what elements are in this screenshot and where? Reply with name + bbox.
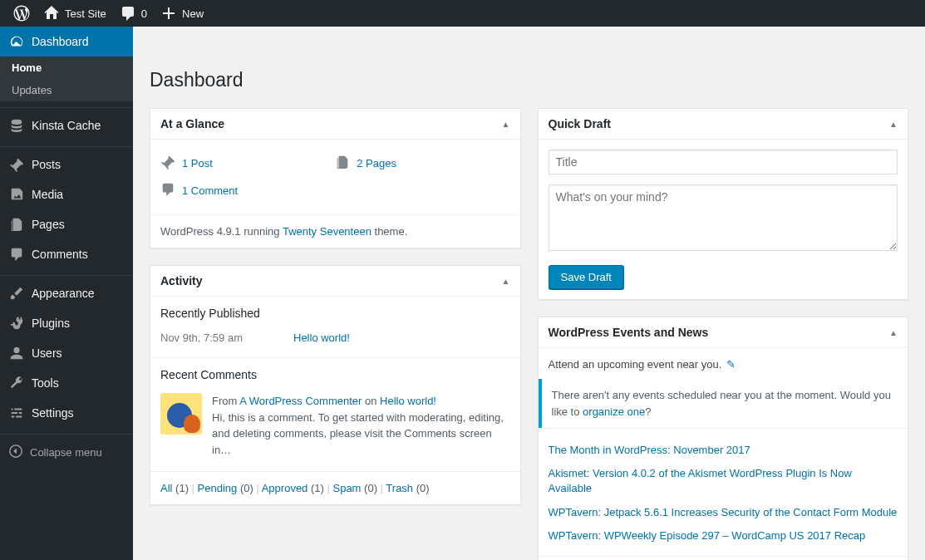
widget-header[interactable]: Activity ▲ xyxy=(150,266,520,297)
plus-icon xyxy=(160,5,177,22)
comment-excerpt: Hi, this is a comment. To get started wi… xyxy=(212,410,510,459)
menu-kinsta-label: Kinsta Cache xyxy=(32,119,101,132)
menu-settings[interactable]: Settings xyxy=(0,398,133,428)
news-link[interactable]: WPTavern: WPWeekly Episode 297 – WordCam… xyxy=(549,524,898,548)
published-title-link[interactable]: Hello world! xyxy=(293,332,350,344)
glance-pages: 2 Pages xyxy=(335,150,509,177)
menu-posts-label: Posts xyxy=(32,158,61,171)
page-title: Dashboard xyxy=(150,61,908,95)
activity-widget: Activity ▲ Recently Published Nov 9th, 7… xyxy=(150,265,521,505)
sliders-icon xyxy=(8,405,25,421)
draft-title-input[interactable] xyxy=(549,150,898,174)
widget-header[interactable]: Quick Draft ▲ xyxy=(539,109,908,140)
pages-icon xyxy=(335,155,352,172)
menu-media[interactable]: Media xyxy=(0,179,133,209)
published-date: Nov 9th, 7:59 am xyxy=(160,332,293,344)
avatar-icon xyxy=(160,393,202,435)
new-content-link[interactable]: New xyxy=(154,0,210,27)
attend-event-row: Attend an upcoming event near you. ✎ xyxy=(549,358,898,379)
pin-icon xyxy=(160,155,177,172)
comments-link[interactable]: 0 xyxy=(113,0,154,27)
glance-pages-link[interactable]: 2 Pages xyxy=(357,157,396,169)
database-icon xyxy=(8,117,25,134)
menu-settings-label: Settings xyxy=(32,406,74,420)
menu-media-label: Media xyxy=(32,188,63,201)
widget-header[interactable]: WordPress Events and News ▲ xyxy=(539,317,908,348)
admin-sidebar: Dashboard Home Updates Kinsta Cache Post… xyxy=(0,27,133,560)
toggle-icon[interactable]: ▲ xyxy=(889,120,898,129)
filter-approved[interactable]: Approved xyxy=(262,482,308,494)
toggle-icon[interactable]: ▲ xyxy=(502,120,510,129)
separator xyxy=(0,430,133,435)
pin-icon xyxy=(8,156,25,173)
recent-comments-heading: Recent Comments xyxy=(160,368,510,381)
news-link[interactable]: WPTavern: Jetpack 5.6.1 Increases Securi… xyxy=(549,501,898,524)
comment-count: 0 xyxy=(141,7,147,20)
menu-plugins[interactable]: Plugins xyxy=(0,308,133,338)
menu-tools-label: Tools xyxy=(32,376,59,390)
wp-logo[interactable] xyxy=(7,0,37,27)
news-link[interactable]: Akismet: Version 4.0.2 of the Akismet Wo… xyxy=(549,462,898,500)
new-label: New xyxy=(182,7,204,20)
menu-dashboard-label: Dashboard xyxy=(32,35,89,48)
menu-appearance[interactable]: Appearance xyxy=(0,278,133,308)
recently-published-heading: Recently Published xyxy=(160,307,510,320)
glance-posts-link[interactable]: 1 Post xyxy=(182,157,213,169)
news-list: The Month in WordPress: November 2017 Ak… xyxy=(539,428,908,548)
media-icon xyxy=(8,186,25,203)
collapse-menu[interactable]: Collapse menu xyxy=(0,437,133,468)
menu-posts[interactable]: Posts xyxy=(0,150,133,179)
wordpress-icon xyxy=(13,5,30,22)
comment-icon xyxy=(160,182,177,199)
theme-link[interactable]: Twenty Seventeen xyxy=(283,225,371,238)
dashboard-icon xyxy=(8,33,25,50)
comment-meta: From A WordPress Commenter on Hello worl… xyxy=(212,393,510,410)
published-item: Nov 9th, 7:59 am Hello world! xyxy=(160,327,510,349)
events-footer-links: Meetups⧉ | WordCamps⧉ | News⧉ xyxy=(539,556,908,560)
glance-comments-link[interactable]: 1 Comment xyxy=(182,184,238,197)
glance-posts: 1 Post xyxy=(160,150,335,177)
menu-pages[interactable]: Pages xyxy=(0,209,133,239)
submenu-updates[interactable]: Updates xyxy=(0,79,133,101)
home-icon xyxy=(43,5,60,22)
organize-link[interactable]: organize one xyxy=(583,405,645,418)
menu-users[interactable]: Users xyxy=(0,338,133,368)
submenu-home[interactable]: Home xyxy=(0,56,133,79)
menu-comments[interactable]: Comments xyxy=(0,239,133,269)
wp-version: WordPress 4.9.1 running Twenty Seventeen… xyxy=(150,214,520,248)
user-icon xyxy=(8,345,25,361)
events-news-widget: WordPress Events and News ▲ Attend an up… xyxy=(538,317,909,560)
dashboard-submenu: Home Updates xyxy=(0,56,133,101)
comment-author-link[interactable]: A WordPress Commenter xyxy=(239,395,362,407)
quick-draft-widget: Quick Draft ▲ Save Draft xyxy=(538,108,909,300)
filter-spam[interactable]: Spam xyxy=(332,482,361,494)
admin-bar: Test Site 0 New xyxy=(0,0,925,27)
comment-post-link[interactable]: Hello world! xyxy=(380,395,436,407)
draft-content-textarea[interactable] xyxy=(549,184,898,251)
collapse-label: Collapse menu xyxy=(30,446,102,459)
comment-filters: All (1) | Pending (0) | Approved (1) | S… xyxy=(150,471,520,504)
news-link[interactable]: The Month in WordPress: November 2017 xyxy=(549,439,898,462)
site-name-link[interactable]: Test Site xyxy=(37,0,113,27)
filter-trash[interactable]: Trash xyxy=(386,482,413,494)
menu-dashboard[interactable]: Dashboard xyxy=(0,27,133,56)
toggle-icon[interactable]: ▲ xyxy=(889,328,898,337)
menu-kinsta-cache[interactable]: Kinsta Cache xyxy=(0,111,133,140)
menu-tools[interactable]: Tools xyxy=(0,368,133,398)
widget-header[interactable]: At a Glance ▲ xyxy=(150,109,520,140)
widget-title: WordPress Events and News xyxy=(549,326,709,339)
comment-icon xyxy=(8,246,25,263)
collapse-icon xyxy=(8,444,23,461)
widget-title: At a Glance xyxy=(160,117,224,130)
filter-all[interactable]: All xyxy=(160,482,172,494)
toggle-icon[interactable]: ▲ xyxy=(502,277,510,286)
wrench-icon xyxy=(8,375,25,391)
save-draft-button[interactable]: Save Draft xyxy=(549,265,624,289)
filter-pending[interactable]: Pending xyxy=(198,482,238,494)
separator xyxy=(0,104,133,108)
edit-location-icon[interactable]: ✎ xyxy=(726,358,736,371)
comment-icon xyxy=(120,5,136,22)
menu-plugins-label: Plugins xyxy=(32,317,70,330)
widget-title: Quick Draft xyxy=(549,117,611,130)
site-name: Test Site xyxy=(65,7,106,20)
